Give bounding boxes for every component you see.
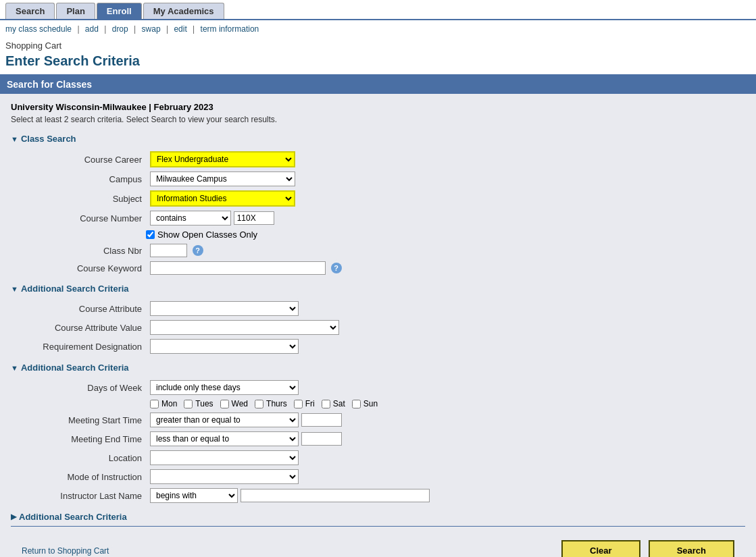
tues-label[interactable]: Tues	[184, 399, 213, 408]
link-swap[interactable]: swap	[142, 24, 161, 34]
course-attribute-select[interactable]	[150, 301, 299, 316]
req-desig-select[interactable]	[150, 339, 299, 354]
mode-of-instruction-label: Mode of Instruction	[11, 467, 146, 486]
show-open-label[interactable]: Show Open Classes Only	[146, 230, 741, 240]
thurs-label[interactable]: Thurs	[255, 399, 287, 408]
tab-plan[interactable]: Plan	[56, 3, 95, 19]
tab-enroll[interactable]: Enroll	[97, 3, 142, 19]
course-attribute-label: Course Attribute	[11, 299, 146, 318]
meeting-start-time-field: greater than or equal to less than or eq…	[146, 410, 745, 429]
course-keyword-field: ?	[146, 259, 745, 277]
mode-of-instruction-row: Mode of Instruction	[11, 467, 745, 486]
sun-checkbox[interactable]	[352, 400, 361, 408]
meeting-end-time-input[interactable]	[301, 432, 342, 446]
bottom-link: Return to Shopping Cart	[22, 546, 109, 556]
course-keyword-input[interactable]	[150, 261, 326, 275]
mon-label[interactable]: Mon	[150, 399, 177, 408]
days-of-week-label: Days of Week	[11, 378, 146, 397]
tues-checkbox[interactable]	[184, 400, 193, 408]
days-of-week-row: Days of Week include only these days exc…	[11, 378, 745, 397]
instructor-last-name-field: begins with contains =	[146, 486, 745, 505]
show-open-checkbox[interactable]	[146, 230, 155, 239]
link-drop[interactable]: drop	[112, 24, 128, 34]
additional-search-2-header[interactable]: ▼ Additional Search Criteria	[11, 363, 745, 373]
link-edit[interactable]: edit	[174, 24, 186, 34]
course-number-operator-select[interactable]: contains begins with = >= <=	[150, 211, 231, 226]
fri-text: Fri	[305, 399, 315, 408]
campus-field: Milwaukee Campus Waukesha Campus	[146, 169, 745, 188]
class-search-arrow: ▼	[11, 135, 18, 143]
mon-text: Mon	[161, 399, 177, 408]
sun-label[interactable]: Sun	[352, 399, 378, 408]
show-open-row: Show Open Classes Only	[11, 228, 745, 242]
campus-label: Campus	[11, 169, 146, 188]
mode-of-instruction-select[interactable]	[150, 469, 299, 484]
course-attribute-value-field	[146, 318, 745, 337]
subject-select[interactable]: Information Studies Computer Science Mat…	[150, 190, 295, 207]
class-nbr-label: Class Nbr	[11, 242, 146, 259]
class-search-header[interactable]: ▼ Class Search	[11, 134, 745, 144]
nav-links: my class schedule | add | drop | swap | …	[0, 20, 756, 38]
additional-search-2-section: ▼ Additional Search Criteria Days of Wee…	[11, 363, 745, 505]
req-desig-field	[146, 337, 745, 356]
instructor-last-name-operator-select[interactable]: begins with contains =	[150, 488, 238, 503]
bottom-divider	[11, 526, 745, 527]
return-to-shopping-cart-link[interactable]: Return to Shopping Cart	[22, 546, 109, 556]
course-attribute-value-select[interactable]	[150, 320, 339, 335]
instructor-last-name-row: Instructor Last Name begins with contain…	[11, 486, 745, 505]
thurs-checkbox[interactable]	[255, 400, 263, 408]
page-header: Shopping Cart Enter Search Criteria	[0, 38, 756, 75]
class-search-section: ▼ Class Search Course Career Flex Underg…	[11, 134, 745, 277]
search-button[interactable]: Search	[649, 540, 734, 557]
instructor-last-name-input[interactable]	[241, 489, 430, 502]
link-my-class-schedule[interactable]: my class schedule	[5, 24, 72, 34]
top-nav: Search Plan Enroll My Academics	[0, 0, 756, 20]
institution-line: University Wisconsin-Milwaukee | Februar…	[11, 102, 745, 112]
course-keyword-help-icon[interactable]: ?	[331, 263, 342, 273]
location-select[interactable]	[150, 450, 299, 465]
class-nbr-help-icon[interactable]: ?	[193, 245, 203, 256]
page-title: Enter Search Criteria	[5, 51, 751, 73]
class-nbr-input[interactable]	[150, 244, 187, 257]
course-attribute-field	[146, 299, 745, 318]
meeting-end-time-operator-select[interactable]: less than or equal to greater than or eq…	[150, 431, 299, 446]
wed-text: Wed	[232, 399, 248, 408]
course-attribute-row: Course Attribute	[11, 299, 745, 318]
location-label: Location	[11, 448, 146, 467]
class-nbr-field: ?	[146, 242, 745, 259]
campus-row: Campus Milwaukee Campus Waukesha Campus	[11, 169, 745, 188]
instruction-line: Select at least 2 search criteria. Selec…	[11, 115, 745, 124]
additional-search-1-header[interactable]: ▼ Additional Search Criteria	[11, 284, 745, 294]
link-term-information[interactable]: term information	[201, 24, 259, 34]
tab-search[interactable]: Search	[5, 3, 55, 19]
class-search-form: Course Career Flex Undergraduate Undergr…	[11, 149, 745, 277]
tab-my-academics[interactable]: My Academics	[143, 3, 224, 19]
sat-checkbox[interactable]	[322, 400, 330, 408]
additional-search-3-label: Additional Search Criteria	[19, 512, 127, 522]
class-nbr-row: Class Nbr ?	[11, 242, 745, 259]
sat-label[interactable]: Sat	[322, 399, 345, 408]
course-career-field: Flex Undergraduate Undergraduate Graduat…	[146, 149, 745, 169]
subject-label: Subject	[11, 188, 146, 209]
campus-select[interactable]: Milwaukee Campus Waukesha Campus	[150, 171, 295, 186]
course-career-row: Course Career Flex Undergraduate Undergr…	[11, 149, 745, 169]
days-of-week-field: include only these days exclude these da…	[146, 378, 745, 397]
clear-button[interactable]: Clear	[561, 540, 640, 557]
fri-label[interactable]: Fri	[294, 399, 315, 408]
day-checkboxes-row: Mon Tues Wed	[11, 397, 745, 410]
meeting-start-time-operator-select[interactable]: greater than or equal to less than or eq…	[150, 413, 299, 427]
course-number-input[interactable]	[234, 211, 274, 225]
course-keyword-row: Course Keyword ?	[11, 259, 745, 277]
additional-search-3-section[interactable]: ▶ Additional Search Criteria	[11, 512, 745, 522]
wed-label[interactable]: Wed	[220, 399, 248, 408]
show-open-text: Show Open Classes Only	[157, 230, 257, 240]
wed-checkbox[interactable]	[220, 400, 229, 408]
days-of-week-select[interactable]: include only these days exclude these da…	[150, 380, 299, 395]
course-career-select[interactable]: Flex Undergraduate Undergraduate Graduat…	[150, 151, 295, 167]
link-add[interactable]: add	[85, 24, 99, 34]
additional-search-2-form: Days of Week include only these days exc…	[11, 378, 745, 505]
fri-checkbox[interactable]	[294, 400, 303, 408]
course-number-field: contains begins with = >= <=	[146, 209, 745, 228]
meeting-start-time-input[interactable]	[301, 413, 342, 427]
mon-checkbox[interactable]	[150, 400, 159, 408]
